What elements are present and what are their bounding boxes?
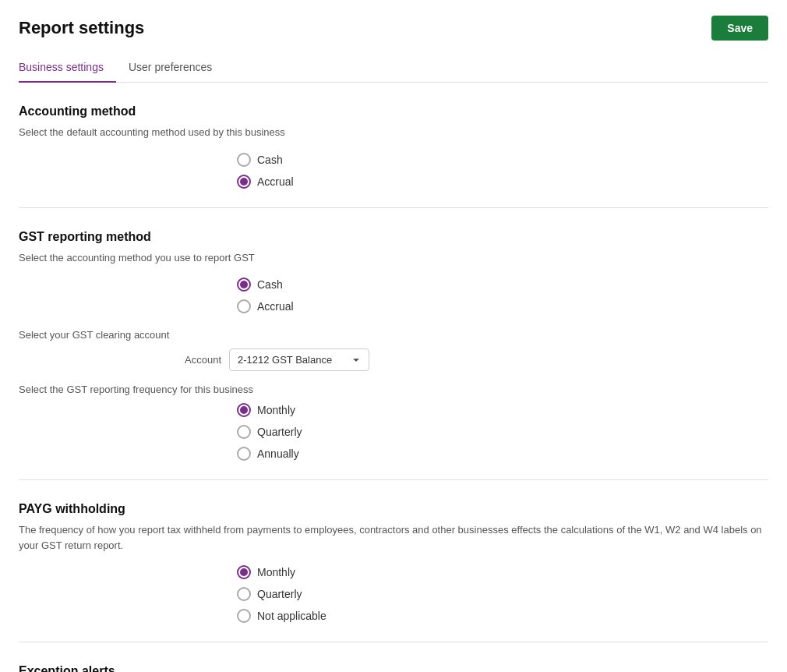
- accounting-method-desc: Select the default accounting method use…: [19, 125, 768, 140]
- payg-monthly[interactable]: [237, 565, 251, 579]
- gst-frequency-label: Select the GST reporting frequency for t…: [19, 384, 768, 395]
- radio-accrual-label: Accrual: [257, 175, 294, 188]
- exception-alerts-section: Exception alerts Choose how you would li…: [19, 642, 768, 672]
- gst-reporting-section: GST reporting method Select the accounti…: [19, 208, 768, 481]
- page-container: Report settings Save Business settings U…: [0, 0, 787, 672]
- radio-cash-label: Cash: [257, 154, 283, 166]
- payg-radio-group: Monthly Quarterly Not applicable: [237, 565, 768, 623]
- payg-quarterly-label[interactable]: Quarterly: [237, 587, 302, 601]
- gst-radio-cash[interactable]: [237, 278, 251, 292]
- accounting-method-title: Accounting method: [19, 104, 768, 118]
- radio-label-cash[interactable]: Cash: [237, 153, 283, 167]
- gst-freq-monthly-text: Monthly: [257, 404, 295, 416]
- payg-not-applicable[interactable]: [237, 609, 251, 623]
- gst-reporting-title: GST reporting method: [19, 230, 768, 244]
- gst-radio-accrual[interactable]: [237, 299, 251, 313]
- gst-freq-annually-text: Annually: [257, 447, 299, 460]
- save-button[interactable]: Save: [711, 16, 768, 41]
- payg-not-applicable-label[interactable]: Not applicable: [237, 609, 326, 623]
- gst-reporting-desc: Select the accounting method you use to …: [19, 250, 768, 266]
- payg-quarterly[interactable]: [237, 587, 251, 601]
- gst-freq-monthly-label[interactable]: Monthly: [237, 403, 295, 417]
- tab-user-preferences[interactable]: User preferences: [129, 53, 224, 83]
- radio-label-accrual[interactable]: Accrual: [237, 175, 294, 189]
- payg-monthly-text: Monthly: [257, 566, 295, 578]
- accounting-method-radio-group: Cash Accrual: [237, 153, 768, 189]
- account-select[interactable]: 2-1212 GST Balance 2-1213 GST Collected …: [229, 348, 369, 371]
- gst-radio-cash-label: Cash: [257, 278, 283, 291]
- gst-radio-label-accrual[interactable]: Accrual: [237, 299, 294, 313]
- clearing-account-label: Select your GST clearing account: [19, 329, 768, 341]
- tab-business-settings[interactable]: Business settings: [19, 53, 116, 83]
- page-header: Report settings Save: [19, 16, 768, 41]
- gst-freq-quarterly[interactable]: [237, 425, 251, 439]
- gst-frequency-radio-group: Monthly Quarterly Annually: [237, 403, 768, 461]
- radio-cash[interactable]: [237, 153, 251, 167]
- account-form-row: Account 2-1212 GST Balance 2-1213 GST Co…: [19, 348, 768, 371]
- gst-freq-monthly[interactable]: [237, 403, 251, 417]
- payg-not-applicable-text: Not applicable: [257, 610, 326, 622]
- exception-alerts-title: Exception alerts: [19, 664, 768, 672]
- radio-accrual[interactable]: [237, 175, 251, 189]
- accounting-method-section: Accounting method Select the default acc…: [19, 83, 768, 208]
- account-field-label: Account: [19, 354, 221, 366]
- payg-section: PAYG withholding The frequency of how yo…: [19, 480, 768, 642]
- gst-freq-quarterly-text: Quarterly: [257, 426, 302, 438]
- gst-freq-annually-label[interactable]: Annually: [237, 447, 299, 461]
- gst-freq-annually[interactable]: [237, 447, 251, 461]
- gst-radio-accrual-label: Accrual: [257, 300, 294, 313]
- gst-freq-quarterly-label[interactable]: Quarterly: [237, 425, 302, 439]
- payg-desc: The frequency of how you report tax with…: [19, 522, 768, 553]
- tabs-nav: Business settings User preferences: [19, 53, 768, 83]
- gst-radio-label-cash[interactable]: Cash: [237, 278, 283, 292]
- payg-title: PAYG withholding: [19, 502, 768, 516]
- payg-quarterly-text: Quarterly: [257, 588, 302, 600]
- payg-monthly-label[interactable]: Monthly: [237, 565, 295, 579]
- gst-method-radio-group: Cash Accrual: [237, 278, 768, 313]
- page-title: Report settings: [19, 18, 144, 38]
